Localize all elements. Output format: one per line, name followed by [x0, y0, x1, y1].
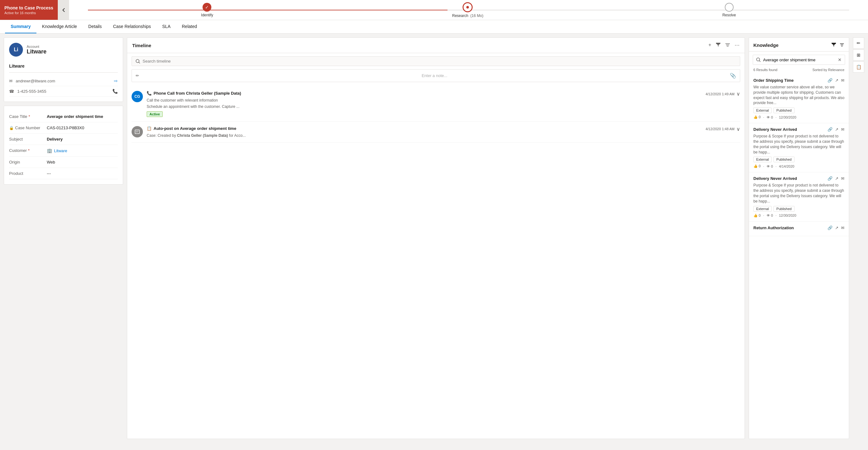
likes-1: 👍 0	[753, 115, 761, 119]
knowledge-item-4-header: Return Authorization 🔗 ↗ ✉	[753, 225, 844, 230]
note-input-area[interactable]: ✏ Enter a note... 📎	[132, 69, 740, 82]
tag-external-3: External	[753, 206, 772, 212]
views-2: 👁 0	[767, 165, 773, 168]
attach-icon[interactable]: 📎	[730, 73, 736, 79]
knowledge-item-4-title[interactable]: Return Authorization	[753, 225, 794, 230]
email-action-icon[interactable]: ✉	[841, 78, 844, 83]
link-icon-2[interactable]: 🔗	[828, 127, 833, 132]
process-subtitle: Active for 16 months	[4, 11, 53, 15]
account-name: Litware	[27, 49, 46, 55]
timeline-item-desc-3: Case: Created by Christa Geller (Sample …	[147, 133, 740, 138]
process-bar: Phone to Case Process Active for 16 mont…	[0, 0, 868, 20]
field-value-customer[interactable]: 🏢 Litware	[47, 148, 118, 153]
open-icon-4[interactable]: ↗	[835, 225, 838, 230]
email-action-icon-2[interactable]: ✉	[841, 127, 844, 132]
field-row-subject: Subject Delivery	[9, 134, 118, 145]
clipboard-button[interactable]: 📋	[853, 61, 864, 73]
timeline-add-button[interactable]: +	[709, 42, 711, 49]
step-research[interactable]: Research (16 Mo)	[452, 2, 483, 18]
step-identify-label: Identify	[201, 13, 213, 17]
tab-summary[interactable]: Summary	[5, 20, 36, 33]
far-right-panel: ✏ ⊞ 📋	[853, 37, 864, 439]
phone-call-icon: 📞	[147, 91, 152, 95]
autopost-icon	[134, 129, 140, 135]
field-value-subject[interactable]: Delivery	[47, 137, 118, 141]
timestamp-2: 4/12/2020 1:48 AM	[706, 127, 735, 131]
link-icon-4[interactable]: 🔗	[828, 225, 833, 230]
link-icon-3[interactable]: 🔗	[828, 176, 833, 181]
account-company: Litware	[9, 61, 118, 73]
columns-button[interactable]: ⊞	[853, 49, 864, 61]
timeline-search-input[interactable]	[143, 59, 736, 63]
knowledge-item-1-actions: 🔗 ↗ ✉	[828, 78, 844, 83]
knowledge-item: Order Shipping Time 🔗 ↗ ✉ We value custo…	[749, 74, 849, 123]
timeline-item-title: 📞 Phone Call from Christa Geller (Sample…	[147, 91, 241, 95]
step-line-progress	[88, 10, 447, 10]
knowledge-filter-button[interactable]	[831, 42, 836, 48]
account-card: Li Account Litware Litware ✉ andrewr@lit…	[4, 37, 123, 102]
send-email-icon[interactable]: ⇨	[114, 78, 118, 83]
process-collapse-button[interactable]	[58, 0, 69, 20]
tag-external: External	[753, 108, 772, 113]
tab-knowledge-article[interactable]: Knowledge Article	[36, 20, 83, 33]
open-icon-3[interactable]: ↗	[835, 176, 838, 181]
step-research-circle	[463, 2, 473, 12]
svg-rect-1	[135, 130, 140, 134]
tab-case-relationships[interactable]: Case Relationships	[107, 20, 157, 33]
knowledge-item-3-tags: External Published	[753, 206, 844, 212]
views-3: 👁 0	[767, 214, 773, 217]
knowledge-item-2-title[interactable]: Delivery Never Arrived	[753, 127, 797, 132]
avatar: Li	[9, 43, 23, 57]
results-count: 6 Results found	[753, 68, 777, 72]
knowledge-item-3-title[interactable]: Delivery Never Arrived	[753, 176, 797, 181]
knowledge-search-input[interactable]	[763, 58, 835, 62]
step-resolve-label: Resolve	[722, 13, 736, 17]
tab-details[interactable]: Details	[83, 20, 107, 33]
field-value-origin: Web	[47, 160, 118, 165]
timeline-action-buttons: + ⋯	[709, 42, 740, 49]
left-panel: Li Account Litware Litware ✉ andrewr@lit…	[4, 37, 123, 439]
knowledge-item-2-header: Delivery Never Arrived 🔗 ↗ ✉	[753, 127, 844, 132]
step-identify-circle: ✓	[203, 3, 211, 11]
timeline-panel: Timeline + ⋯ ✏ Enter a note..	[127, 37, 745, 439]
timeline-item-content-2: 📋 Auto-post on Average order shipment ti…	[147, 126, 740, 138]
timeline-title: Timeline	[132, 43, 151, 48]
tab-related[interactable]: Related	[176, 20, 203, 33]
knowledge-search-clear[interactable]: ✕	[838, 57, 842, 62]
email-icon: ✉	[9, 79, 12, 83]
timeline-filter-button[interactable]	[716, 42, 721, 49]
search-icon	[136, 59, 140, 63]
likes-3: 👍 0	[753, 214, 761, 218]
field-value-case-title[interactable]: Average order shipment time	[47, 114, 118, 119]
email-action-icon-4[interactable]: ✉	[841, 225, 844, 230]
tab-sla[interactable]: SLA	[157, 20, 176, 33]
step-resolve[interactable]: Resolve	[722, 3, 736, 17]
field-row-case-number: 🔒 Case Number CAS-01213-P8B3X0	[9, 122, 118, 134]
field-value-product[interactable]: ---	[47, 171, 118, 176]
edit-record-button[interactable]: ✏	[853, 37, 864, 49]
link-icon[interactable]: 🔗	[828, 78, 833, 83]
account-icon: 🏢	[47, 148, 52, 153]
timeline-item-avatar: CG	[132, 91, 143, 102]
knowledge-item-2-tags: External Published	[753, 157, 844, 162]
expand-button-1[interactable]: ∨	[736, 91, 740, 97]
timeline-item-header: 📞 Phone Call from Christa Geller (Sample…	[147, 91, 740, 97]
timeline-header: Timeline + ⋯	[127, 38, 745, 53]
open-icon[interactable]: ↗	[835, 78, 838, 83]
phone-icon: ☎	[9, 89, 14, 94]
field-label-customer: Customer *	[9, 148, 47, 153]
email-actions: ⇨	[114, 78, 118, 83]
step-identify[interactable]: ✓ Identify	[201, 3, 213, 17]
knowledge-item-1-text: We value customer service above all else…	[753, 85, 844, 106]
expand-button-2[interactable]: ∨	[736, 126, 740, 132]
open-icon-2[interactable]: ↗	[835, 127, 838, 132]
date-1: 12/30/2020	[779, 115, 797, 119]
active-badge: Active	[147, 111, 163, 117]
email-action-icon-3[interactable]: ✉	[841, 176, 844, 181]
timeline-more-button[interactable]: ⋯	[735, 42, 740, 49]
timeline-item-content: 📞 Phone Call from Christa Geller (Sample…	[147, 91, 740, 117]
timeline-sort-button[interactable]	[725, 42, 730, 49]
knowledge-item-1-title[interactable]: Order Shipping Time	[753, 78, 794, 83]
knowledge-sort-button[interactable]	[839, 42, 844, 48]
call-icon[interactable]: 📞	[113, 89, 118, 94]
